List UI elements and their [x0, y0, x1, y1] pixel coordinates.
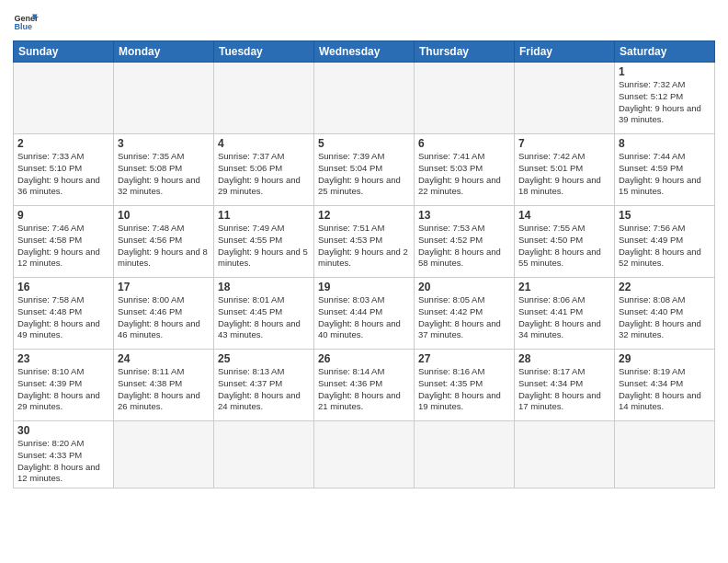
calendar-cell: 8Sunrise: 7:44 AM Sunset: 4:59 PM Daylig… [615, 134, 715, 206]
calendar-cell [515, 421, 615, 488]
calendar-cell: 14Sunrise: 7:55 AM Sunset: 4:50 PM Dayli… [515, 206, 615, 278]
day-info: Sunrise: 8:01 AM Sunset: 4:45 PM Dayligh… [218, 294, 310, 341]
calendar-row-3: 9Sunrise: 7:46 AM Sunset: 4:58 PM Daylig… [14, 206, 715, 278]
calendar-cell [415, 421, 515, 488]
calendar-cell: 22Sunrise: 8:08 AM Sunset: 4:40 PM Dayli… [615, 278, 715, 350]
day-number: 5 [318, 137, 410, 150]
day-info: Sunrise: 8:05 AM Sunset: 4:42 PM Dayligh… [418, 294, 510, 341]
calendar-cell [14, 63, 114, 134]
logo: General Blue [13, 9, 39, 35]
calendar-cell [314, 421, 415, 488]
calendar-cell: 15Sunrise: 7:56 AM Sunset: 4:49 PM Dayli… [615, 206, 715, 278]
svg-text:Blue: Blue [14, 22, 32, 31]
day-info: Sunrise: 7:56 AM Sunset: 4:49 PM Dayligh… [619, 223, 711, 270]
calendar-cell: 24Sunrise: 8:11 AM Sunset: 4:38 PM Dayli… [114, 350, 214, 421]
day-number: 4 [218, 137, 310, 150]
calendar-cell: 17Sunrise: 8:00 AM Sunset: 4:46 PM Dayli… [114, 278, 214, 350]
day-info: Sunrise: 8:08 AM Sunset: 4:40 PM Dayligh… [619, 294, 711, 341]
logo-icon: General Blue [13, 9, 39, 35]
calendar-cell [415, 63, 515, 134]
day-number: 21 [518, 281, 610, 293]
day-number: 2 [17, 137, 109, 150]
day-number: 28 [518, 352, 610, 365]
calendar-cell [214, 421, 314, 488]
day-number: 27 [418, 352, 510, 365]
calendar-cell [214, 63, 314, 134]
day-info: Sunrise: 7:49 AM Sunset: 4:55 PM Dayligh… [218, 223, 310, 270]
day-info: Sunrise: 7:58 AM Sunset: 4:48 PM Dayligh… [17, 294, 109, 341]
day-number: 11 [218, 209, 310, 222]
day-number: 16 [17, 281, 109, 293]
page-header: General Blue [13, 9, 715, 35]
weekday-header-sunday: Sunday [14, 41, 114, 63]
day-number: 22 [619, 281, 711, 293]
day-number: 9 [17, 209, 109, 222]
day-number: 7 [518, 137, 610, 150]
calendar-cell: 26Sunrise: 8:14 AM Sunset: 4:36 PM Dayli… [314, 350, 415, 421]
day-number: 12 [318, 209, 410, 222]
weekday-header-friday: Friday [515, 41, 615, 63]
day-info: Sunrise: 7:51 AM Sunset: 4:53 PM Dayligh… [318, 223, 410, 270]
day-number: 24 [118, 352, 210, 365]
calendar-cell: 4Sunrise: 7:37 AM Sunset: 5:06 PM Daylig… [214, 134, 314, 206]
day-info: Sunrise: 7:32 AM Sunset: 5:12 PM Dayligh… [619, 79, 711, 126]
calendar-row-5: 23Sunrise: 8:10 AM Sunset: 4:39 PM Dayli… [14, 350, 715, 421]
day-info: Sunrise: 7:33 AM Sunset: 5:10 PM Dayligh… [17, 151, 109, 198]
weekday-header-monday: Monday [114, 41, 214, 63]
day-info: Sunrise: 7:46 AM Sunset: 4:58 PM Dayligh… [17, 223, 109, 270]
day-number: 10 [118, 209, 210, 222]
day-number: 3 [118, 137, 210, 150]
day-info: Sunrise: 7:55 AM Sunset: 4:50 PM Dayligh… [518, 223, 610, 270]
day-info: Sunrise: 8:00 AM Sunset: 4:46 PM Dayligh… [118, 294, 210, 341]
calendar-cell: 25Sunrise: 8:13 AM Sunset: 4:37 PM Dayli… [214, 350, 314, 421]
day-info: Sunrise: 8:14 AM Sunset: 4:36 PM Dayligh… [318, 366, 410, 413]
day-number: 20 [418, 281, 510, 293]
weekday-header-wednesday: Wednesday [314, 41, 415, 63]
calendar-cell: 7Sunrise: 7:42 AM Sunset: 5:01 PM Daylig… [515, 134, 615, 206]
calendar-cell: 20Sunrise: 8:05 AM Sunset: 4:42 PM Dayli… [415, 278, 515, 350]
calendar-row-1: 1Sunrise: 7:32 AM Sunset: 5:12 PM Daylig… [14, 63, 715, 134]
calendar-cell [114, 63, 214, 134]
calendar-cell: 29Sunrise: 8:19 AM Sunset: 4:34 PM Dayli… [615, 350, 715, 421]
calendar-cell: 16Sunrise: 7:58 AM Sunset: 4:48 PM Dayli… [14, 278, 114, 350]
calendar-cell: 10Sunrise: 7:48 AM Sunset: 4:56 PM Dayli… [114, 206, 214, 278]
calendar-cell [515, 63, 615, 134]
calendar-cell: 13Sunrise: 7:53 AM Sunset: 4:52 PM Dayli… [415, 206, 515, 278]
day-number: 18 [218, 281, 310, 293]
calendar-cell: 27Sunrise: 8:16 AM Sunset: 4:35 PM Dayli… [415, 350, 515, 421]
calendar-cell: 21Sunrise: 8:06 AM Sunset: 4:41 PM Dayli… [515, 278, 615, 350]
calendar-row-6: 30Sunrise: 8:20 AM Sunset: 4:33 PM Dayli… [14, 421, 715, 488]
calendar-cell: 28Sunrise: 8:17 AM Sunset: 4:34 PM Dayli… [515, 350, 615, 421]
calendar-cell: 23Sunrise: 8:10 AM Sunset: 4:39 PM Dayli… [14, 350, 114, 421]
calendar-cell: 1Sunrise: 7:32 AM Sunset: 5:12 PM Daylig… [615, 63, 715, 134]
day-info: Sunrise: 8:17 AM Sunset: 4:34 PM Dayligh… [518, 366, 610, 413]
day-info: Sunrise: 8:20 AM Sunset: 4:33 PM Dayligh… [17, 438, 109, 485]
day-number: 15 [619, 209, 711, 222]
day-info: Sunrise: 7:37 AM Sunset: 5:06 PM Dayligh… [218, 151, 310, 198]
calendar-table: SundayMondayTuesdayWednesdayThursdayFrid… [13, 40, 715, 488]
day-info: Sunrise: 8:06 AM Sunset: 4:41 PM Dayligh… [518, 294, 610, 341]
day-info: Sunrise: 7:41 AM Sunset: 5:03 PM Dayligh… [418, 151, 510, 198]
calendar-cell: 30Sunrise: 8:20 AM Sunset: 4:33 PM Dayli… [14, 421, 114, 488]
weekday-header-saturday: Saturday [615, 41, 715, 63]
calendar-cell: 9Sunrise: 7:46 AM Sunset: 4:58 PM Daylig… [14, 206, 114, 278]
weekday-header-thursday: Thursday [415, 41, 515, 63]
day-info: Sunrise: 8:13 AM Sunset: 4:37 PM Dayligh… [218, 366, 310, 413]
calendar-cell: 12Sunrise: 7:51 AM Sunset: 4:53 PM Dayli… [314, 206, 415, 278]
day-number: 19 [318, 281, 410, 293]
calendar-cell: 11Sunrise: 7:49 AM Sunset: 4:55 PM Dayli… [214, 206, 314, 278]
weekday-header-row: SundayMondayTuesdayWednesdayThursdayFrid… [14, 41, 715, 63]
day-number: 1 [619, 65, 711, 78]
day-info: Sunrise: 8:03 AM Sunset: 4:44 PM Dayligh… [318, 294, 410, 341]
day-info: Sunrise: 7:42 AM Sunset: 5:01 PM Dayligh… [518, 151, 610, 198]
day-number: 25 [218, 352, 310, 365]
day-number: 13 [418, 209, 510, 222]
calendar-cell [615, 421, 715, 488]
day-info: Sunrise: 7:44 AM Sunset: 4:59 PM Dayligh… [619, 151, 711, 198]
weekday-header-tuesday: Tuesday [214, 41, 314, 63]
calendar-cell: 3Sunrise: 7:35 AM Sunset: 5:08 PM Daylig… [114, 134, 214, 206]
day-info: Sunrise: 7:35 AM Sunset: 5:08 PM Dayligh… [118, 151, 210, 198]
day-number: 29 [619, 352, 711, 365]
day-info: Sunrise: 7:39 AM Sunset: 5:04 PM Dayligh… [318, 151, 410, 198]
calendar-row-4: 16Sunrise: 7:58 AM Sunset: 4:48 PM Dayli… [14, 278, 715, 350]
